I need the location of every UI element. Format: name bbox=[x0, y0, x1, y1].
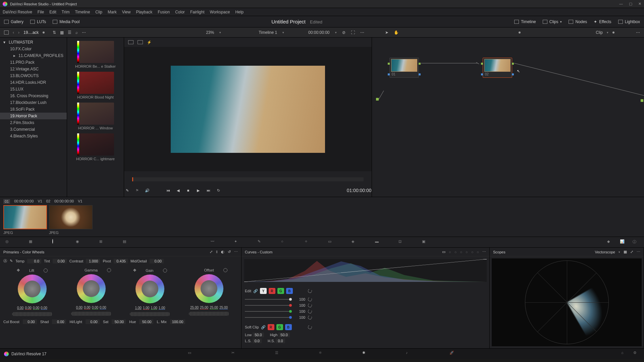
tree-item[interactable]: 13.BLOWOUTS bbox=[0, 72, 67, 79]
tree-item[interactable]: 3.Commercial bbox=[0, 126, 67, 133]
menu-edit[interactable]: Edit bbox=[49, 10, 56, 14]
curves-mode-3-icon[interactable]: ○ bbox=[454, 250, 457, 254]
more-icon[interactable]: ⋯ bbox=[82, 30, 86, 35]
fusion-page-icon[interactable]: ⚛ bbox=[319, 351, 325, 357]
settings-icon[interactable]: ⚙ bbox=[633, 351, 640, 357]
tree-item-selected[interactable]: 19.Horror Pack bbox=[0, 113, 67, 119]
menu-workspace[interactable]: Workspace bbox=[210, 10, 230, 14]
node-01[interactable]: 01 bbox=[389, 58, 419, 78]
mute-icon[interactable]: 🔊 bbox=[144, 187, 150, 193]
magic-mask-icon[interactable]: ▭ bbox=[328, 239, 334, 245]
warper-icon[interactable]: ✦ bbox=[234, 239, 240, 245]
colboost-value[interactable]: 0.00 bbox=[23, 319, 37, 324]
b-intensity-slider[interactable] bbox=[245, 317, 292, 318]
bars-icon[interactable]: ⦀ bbox=[216, 250, 218, 254]
scope-type-dropdown[interactable]: Vectorscope bbox=[595, 250, 615, 254]
reset-icon[interactable] bbox=[307, 309, 312, 314]
reset-curves-icon[interactable] bbox=[307, 288, 312, 293]
rgb-mixer-icon[interactable]: ⊞ bbox=[99, 239, 105, 245]
curves-mode-1-icon[interactable]: ▭ bbox=[442, 250, 445, 254]
lut-preset[interactable]: HORROR Be... e Stalker bbox=[70, 41, 120, 68]
gamma-jog[interactable] bbox=[71, 312, 111, 316]
lightbox-toggle[interactable]: Lightbox bbox=[618, 19, 640, 24]
gain-wheel[interactable] bbox=[136, 275, 164, 303]
menu-file[interactable]: File bbox=[38, 10, 44, 14]
nav-fwd-icon[interactable]: › bbox=[18, 30, 19, 35]
shad-value[interactable]: 0.00 bbox=[52, 319, 66, 324]
menu-fusion[interactable]: Fusion bbox=[158, 10, 170, 14]
hand-tool-icon[interactable]: ✋ bbox=[394, 30, 399, 35]
color-match-icon[interactable]: ▦ bbox=[29, 239, 35, 245]
node-more-icon[interactable]: ⋯ bbox=[636, 30, 640, 35]
r-intensity-slider[interactable] bbox=[245, 305, 292, 306]
clip-01[interactable] bbox=[3, 205, 47, 229]
tree-item[interactable]: 4.Bleach.Styles bbox=[0, 133, 67, 139]
lut-preset[interactable]: HORROR C... ightmare bbox=[70, 133, 120, 161]
luts-toggle[interactable]: LUTs bbox=[30, 19, 46, 24]
bypass-icon[interactable]: ⊘ bbox=[342, 30, 345, 35]
sort-icon[interactable]: ⇅ bbox=[53, 30, 56, 35]
curves-icon[interactable]: 〰 bbox=[211, 239, 217, 245]
viewer-zoom[interactable]: 23% bbox=[206, 30, 214, 35]
info-icon[interactable]: ⓘ bbox=[633, 239, 639, 245]
gamma-wheel[interactable] bbox=[77, 274, 106, 303]
motion-effects-icon[interactable]: ▤ bbox=[123, 239, 129, 245]
fairlight-page-icon[interactable]: ♪ bbox=[406, 351, 413, 357]
hilight-value[interactable]: 0.00 bbox=[86, 319, 100, 324]
reset-icon[interactable] bbox=[307, 297, 312, 302]
play-button[interactable]: ▶ bbox=[195, 187, 201, 193]
key-icon[interactable]: ▬ bbox=[375, 239, 381, 245]
expand-icon[interactable]: ⤢ bbox=[210, 250, 213, 254]
lut-preset[interactable]: HORROR ... Window bbox=[70, 103, 120, 130]
lift-jog[interactable] bbox=[12, 312, 52, 316]
lift-wheel[interactable] bbox=[18, 275, 47, 303]
color-wheels-icon[interactable] bbox=[52, 239, 58, 245]
pivot-value[interactable]: 0.435 bbox=[114, 259, 128, 263]
menu-fairlight[interactable]: Fairlight bbox=[190, 10, 205, 14]
search-icon[interactable]: ⌕ bbox=[75, 30, 78, 35]
channel-y-button[interactable]: Y bbox=[260, 288, 267, 294]
softclip-hs[interactable]: 0.0 bbox=[276, 339, 285, 343]
pointer-tool-icon[interactable]: ➤ bbox=[385, 30, 388, 35]
curves-more-icon[interactable]: ⋯ bbox=[482, 250, 486, 254]
y-intensity-slider[interactable] bbox=[245, 299, 292, 300]
viewer-mode-icon[interactable] bbox=[128, 40, 133, 44]
picker-icon[interactable]: ✥ bbox=[133, 268, 136, 273]
list-view-icon[interactable]: ☰ bbox=[68, 30, 71, 35]
mid-value[interactable]: 0.00 bbox=[150, 259, 164, 263]
hue-value[interactable]: 50.00 bbox=[139, 319, 153, 324]
tree-item[interactable]: 14.HDR.Looks.HDR bbox=[0, 79, 67, 86]
next-clip-button[interactable]: ⏭ bbox=[205, 187, 211, 193]
menu-timeline[interactable]: Timeline bbox=[75, 10, 90, 14]
expand-icon[interactable]: ⛶ bbox=[351, 30, 355, 35]
reset-icon[interactable] bbox=[307, 315, 312, 320]
panel-icon[interactable] bbox=[4, 31, 9, 35]
menu-trim[interactable]: Trim bbox=[62, 10, 70, 14]
channel-r-button[interactable]: R bbox=[269, 288, 275, 294]
marker-icon[interactable]: ✎ bbox=[124, 187, 130, 193]
hdr-wheels-icon[interactable]: ◉ bbox=[76, 239, 82, 245]
node-02[interactable]: 02 bbox=[483, 58, 512, 78]
tree-item[interactable]: 12.Vintage.ASC bbox=[0, 66, 67, 72]
scopes-icon[interactable]: 📊 bbox=[620, 239, 626, 245]
reset-gain-icon[interactable] bbox=[163, 268, 167, 273]
offset-wheel[interactable] bbox=[195, 274, 223, 303]
auto-balance-icon[interactable]: Ⓐ bbox=[3, 258, 7, 263]
tree-item[interactable]: 10.FX.Color bbox=[0, 46, 67, 52]
tree-item[interactable]: 15.LUX bbox=[0, 86, 67, 93]
menu-color[interactable]: Color bbox=[175, 10, 185, 14]
reset-offset-icon[interactable] bbox=[223, 268, 227, 272]
reset-lift-icon[interactable] bbox=[44, 268, 48, 273]
tree-item[interactable]: 16. Cross Processing bbox=[0, 93, 67, 99]
viewer-split-icon[interactable] bbox=[138, 40, 143, 44]
blur-icon[interactable]: ◈ bbox=[352, 239, 358, 245]
softclip-r-button[interactable]: R bbox=[268, 324, 274, 330]
menu-playback[interactable]: Playback bbox=[136, 10, 152, 14]
picker-icon[interactable]: ✎ bbox=[10, 259, 13, 263]
tree-item[interactable]: 18.SciFi Pack bbox=[0, 106, 67, 113]
loop-button[interactable]: ↻ bbox=[215, 187, 221, 193]
link-icon[interactable]: 🔗 bbox=[261, 325, 266, 329]
g-intensity-slider[interactable] bbox=[245, 311, 292, 312]
curves-mode-6-icon[interactable]: ○ bbox=[471, 250, 474, 254]
grid-view-icon[interactable]: ▦ bbox=[60, 30, 64, 35]
